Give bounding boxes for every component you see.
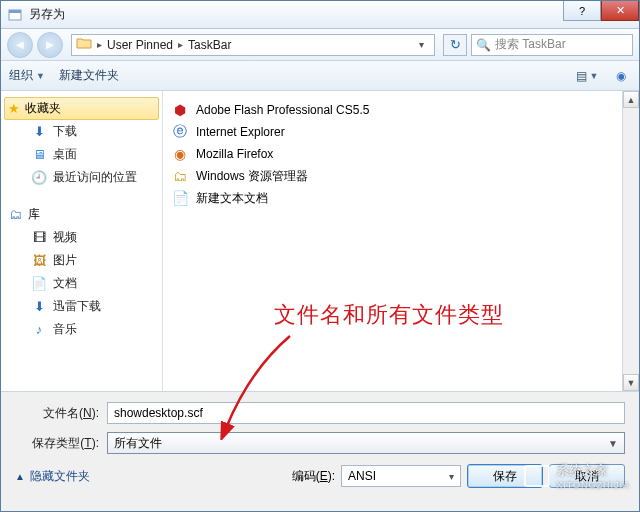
filetype-select[interactable]: 所有文件 ▼ — [107, 432, 625, 454]
breadcrumb[interactable]: ▸ User Pinned ▸ TaskBar ▾ — [71, 34, 435, 56]
dialog-body: ★ 收藏夹 ⬇下载 🖥桌面 🕘最近访问的位置 🗂 库 🎞视频 🖼图片 📄文档 ⬇… — [1, 91, 639, 391]
folder-icon — [76, 36, 92, 53]
list-item[interactable]: ◉Mozilla Firefox — [171, 143, 614, 165]
list-item[interactable]: ⬢Adobe Flash Professional CS5.5 — [171, 99, 614, 121]
scrollbar[interactable]: ▲ ▼ — [622, 91, 639, 391]
encoding-select[interactable]: ANSI ▾ — [341, 465, 461, 487]
chevron-up-icon: ▲ — [15, 471, 25, 482]
search-input[interactable]: 🔍 搜索 TaskBar — [471, 34, 633, 56]
svg-rect-1 — [9, 10, 21, 13]
help-button[interactable]: ? — [563, 1, 601, 21]
breadcrumb-seg-0[interactable]: User Pinned — [107, 38, 173, 52]
cancel-button[interactable]: 取消 — [549, 464, 625, 488]
back-button[interactable]: ◄ — [7, 32, 33, 58]
explorer-icon: 🗂 — [171, 167, 189, 185]
titlebar: 另存为 ? ✕ — [1, 1, 639, 29]
sidebar-item-pictures[interactable]: 🖼图片 — [1, 249, 162, 272]
navbar: ◄ ► ▸ User Pinned ▸ TaskBar ▾ ↻ 🔍 搜索 Tas… — [1, 29, 639, 61]
chevron-down-icon: ▾ — [449, 471, 454, 482]
pictures-icon: 🖼 — [31, 253, 47, 269]
list-item[interactable]: 📄新建文本文档 — [171, 187, 614, 209]
textfile-icon: 📄 — [171, 189, 189, 207]
ie-icon: ⓔ — [171, 123, 189, 141]
breadcrumb-seg-1[interactable]: TaskBar — [188, 38, 231, 52]
download-icon: ⬇ — [31, 124, 47, 140]
flash-icon: ⬢ — [171, 101, 189, 119]
sidebar-favorites-header[interactable]: ★ 收藏夹 — [4, 97, 159, 120]
app-icon — [7, 7, 23, 23]
documents-icon: 📄 — [31, 276, 47, 292]
sidebar-item-videos[interactable]: 🎞视频 — [1, 226, 162, 249]
sidebar-item-downloads[interactable]: ⬇下载 — [1, 120, 162, 143]
list-item[interactable]: 🗂Windows 资源管理器 — [171, 165, 614, 187]
filetype-label: 保存类型(T): — [15, 435, 107, 452]
chevron-down-icon: ▼ — [36, 71, 45, 81]
scroll-down-button[interactable]: ▼ — [623, 374, 639, 391]
sidebar-libraries-header[interactable]: 🗂 库 — [1, 203, 162, 226]
bottom-panel: 文件名(N): 保存类型(T): 所有文件 ▼ ▲ 隐藏文件夹 编码(E): A… — [1, 391, 639, 496]
save-as-dialog: 另存为 ? ✕ ◄ ► ▸ User Pinned ▸ TaskBar ▾ ↻ … — [0, 0, 640, 512]
new-folder-button[interactable]: 新建文件夹 — [59, 67, 119, 84]
view-options-button[interactable]: ▤▼ — [577, 67, 597, 85]
library-icon: 🗂 — [7, 207, 23, 223]
encoding-label: 编码(E): — [292, 468, 335, 485]
sidebar-item-music[interactable]: ♪音乐 — [1, 318, 162, 341]
refresh-button[interactable]: ↻ — [443, 34, 467, 56]
sidebar: ★ 收藏夹 ⬇下载 🖥桌面 🕘最近访问的位置 🗂 库 🎞视频 🖼图片 📄文档 ⬇… — [1, 91, 163, 391]
search-icon: 🔍 — [476, 38, 491, 52]
video-icon: 🎞 — [31, 230, 47, 246]
forward-button[interactable]: ► — [37, 32, 63, 58]
toolbar: 组织▼ 新建文件夹 ▤▼ ◉ — [1, 61, 639, 91]
breadcrumb-dropdown[interactable]: ▾ — [412, 39, 430, 50]
chevron-down-icon: ▼ — [608, 438, 618, 449]
save-button[interactable]: 保存 — [467, 464, 543, 488]
chevron-right-icon: ▸ — [97, 39, 102, 50]
organize-menu[interactable]: 组织▼ — [9, 67, 45, 84]
list-item[interactable]: ⓔInternet Explorer — [171, 121, 614, 143]
sidebar-item-documents[interactable]: 📄文档 — [1, 272, 162, 295]
window-title: 另存为 — [29, 6, 65, 23]
firefox-icon: ◉ — [171, 145, 189, 163]
sidebar-item-desktop[interactable]: 🖥桌面 — [1, 143, 162, 166]
recent-icon: 🕘 — [31, 170, 47, 186]
close-button[interactable]: ✕ — [601, 1, 639, 21]
chevron-right-icon: ▸ — [178, 39, 183, 50]
xunlei-icon: ⬇ — [31, 299, 47, 315]
file-list[interactable]: ⬢Adobe Flash Professional CS5.5 ⓔInterne… — [163, 91, 622, 391]
sidebar-item-recent[interactable]: 🕘最近访问的位置 — [1, 166, 162, 189]
hide-folders-toggle[interactable]: ▲ 隐藏文件夹 — [15, 468, 90, 485]
sidebar-item-xunlei[interactable]: ⬇迅雷下载 — [1, 295, 162, 318]
filename-label: 文件名(N): — [15, 405, 107, 422]
filename-input[interactable] — [107, 402, 625, 424]
star-icon: ★ — [8, 101, 20, 116]
music-icon: ♪ — [31, 322, 47, 338]
scroll-up-button[interactable]: ▲ — [623, 91, 639, 108]
search-placeholder: 搜索 TaskBar — [495, 36, 566, 53]
help-icon[interactable]: ◉ — [611, 67, 631, 85]
desktop-icon: 🖥 — [31, 147, 47, 163]
